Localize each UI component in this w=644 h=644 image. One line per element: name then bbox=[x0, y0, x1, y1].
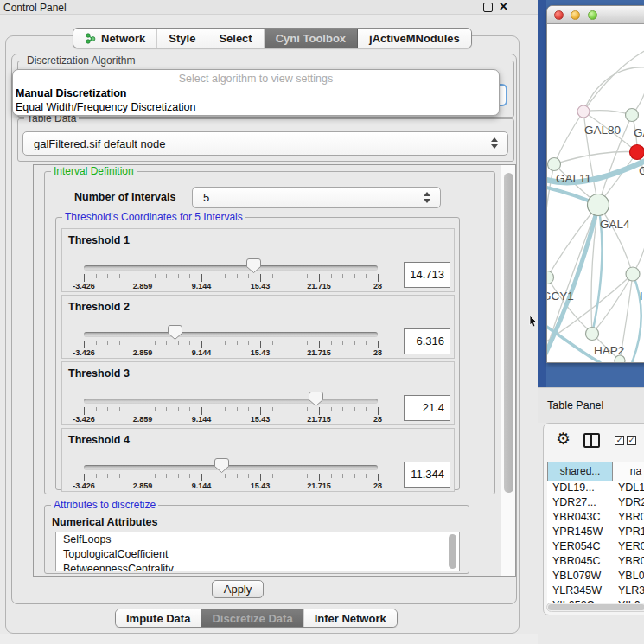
bottom-strip bbox=[0, 634, 538, 644]
popup-item-equal-width-frequency[interactable]: Equal Width/Frequency Discretization bbox=[16, 101, 195, 113]
network-window-titlebar[interactable] bbox=[547, 6, 644, 24]
tab-infer-network[interactable]: Infer Network bbox=[304, 609, 397, 627]
top-tab-bar: Network Style Select Cyni Toolbox jActiv… bbox=[73, 28, 472, 48]
tab-select[interactable]: Select bbox=[207, 29, 264, 48]
table-row[interactable]: YER054CYER0 bbox=[547, 540, 644, 555]
threshold-1-slider-thumb[interactable] bbox=[246, 258, 261, 273]
network-nodes[interactable] bbox=[547, 105, 644, 363]
float-window-icon[interactable] bbox=[483, 3, 493, 12]
table-data-group: Table Data galFiltered.sif default node bbox=[17, 118, 514, 162]
right-side-panel: GAL80 GA GAL11 C GAL4 GCY1 H HAP2 Table … bbox=[538, 0, 644, 644]
spinner-up-arrow-icon bbox=[424, 192, 430, 196]
table-row[interactable]: YLR345WYLR3 bbox=[547, 584, 644, 599]
table-row[interactable]: YPR145WYPR1 bbox=[547, 526, 644, 540]
tab-discretize-data[interactable]: Discretize Data bbox=[201, 609, 303, 627]
slider-ticks bbox=[84, 407, 379, 415]
table-body[interactable]: YDL19...YDL1 YDR27...YDR2 YBR043CYBR0 YP… bbox=[547, 481, 644, 603]
threshold-3-value-field[interactable]: 21.4 bbox=[404, 395, 450, 421]
node-gcy1[interactable] bbox=[547, 271, 554, 284]
split-view-icon[interactable] bbox=[583, 433, 600, 448]
panel-title: Control Panel bbox=[3, 2, 67, 14]
settings-scrollbar-thumb[interactable] bbox=[504, 173, 513, 493]
svg-text:H: H bbox=[640, 290, 644, 303]
threshold-4-slider-thumb[interactable] bbox=[214, 458, 229, 473]
table-row[interactable]: YBR043CYBR0 bbox=[547, 511, 644, 526]
node-selected-red[interactable] bbox=[630, 145, 644, 160]
threshold-1-value-field[interactable]: 14.713 bbox=[404, 262, 450, 288]
attributes-group-label: Attributes to discretize bbox=[51, 499, 158, 511]
node-gal11[interactable] bbox=[548, 158, 561, 171]
list-item[interactable]: BetweennessCentrality bbox=[56, 562, 459, 571]
close-icon[interactable]: ✕ bbox=[499, 0, 508, 13]
number-of-intervals-label: Number of Intervals bbox=[74, 191, 175, 203]
threshold-2-value-field[interactable]: 6.316 bbox=[404, 328, 450, 354]
zoom-traffic-light-icon[interactable] bbox=[588, 10, 597, 20]
table-row[interactable]: YBR045CYBR0 bbox=[547, 555, 644, 570]
checkbox-icon[interactable]: ✓ bbox=[627, 436, 636, 445]
gear-icon[interactable]: ⚙ bbox=[556, 429, 571, 449]
numerical-attributes-list[interactable]: SelfLoops TopologicalCoefficient Between… bbox=[55, 532, 460, 571]
column-header-shared-name[interactable]: shared... bbox=[547, 462, 613, 481]
list-scrollbar[interactable] bbox=[449, 534, 456, 569]
tab-cyni-toolbox[interactable]: Cyni Toolbox bbox=[265, 29, 358, 48]
svg-text:GA: GA bbox=[634, 126, 644, 139]
table-row[interactable]: YBL079WYBL0 bbox=[547, 570, 644, 584]
threshold-4-panel: Threshold 4 -3.426 2.859 9.144 15.43 21.… bbox=[61, 428, 455, 492]
network-graph-canvas[interactable]: GAL80 GA GAL11 C GAL4 GCY1 H HAP2 bbox=[547, 24, 644, 363]
popup-item-manual-discretization[interactable]: Manual Discretization bbox=[16, 87, 127, 99]
slider-ticks bbox=[84, 474, 379, 481]
threshold-1-panel: Threshold 1 -3.426 2.859 9.144 15.43 21.… bbox=[61, 228, 455, 292]
threshold-2-slider[interactable] bbox=[84, 332, 378, 337]
settings-scrollpane: Interval Definition Number of Intervals … bbox=[33, 164, 516, 577]
close-traffic-light-icon[interactable] bbox=[554, 10, 564, 20]
slider-ticks bbox=[84, 274, 379, 282]
tab-impute-data[interactable]: Impute Data bbox=[116, 609, 201, 627]
tab-style[interactable]: Style bbox=[157, 29, 207, 48]
svg-text:GAL80: GAL80 bbox=[584, 124, 621, 137]
bottom-tab-bar: Impute Data Discretize Data Infer Networ… bbox=[115, 609, 398, 628]
scrollbar-thumb[interactable] bbox=[548, 604, 644, 610]
svg-text:GCY1: GCY1 bbox=[547, 290, 574, 303]
tab-network-label: Network bbox=[101, 32, 145, 45]
node-hap2[interactable] bbox=[586, 328, 599, 341]
settings-scrollbar[interactable] bbox=[501, 165, 515, 576]
number-of-intervals-spinner[interactable]: 5 bbox=[192, 187, 441, 208]
table-panel-titlebar: Table Panel bbox=[538, 387, 644, 423]
spinner-down-arrow-icon bbox=[424, 199, 430, 203]
checkbox-icon[interactable]: ✓ bbox=[615, 436, 624, 445]
node-gal4[interactable] bbox=[588, 194, 609, 216]
table-row[interactable]: YDL19...YDL1 bbox=[547, 481, 644, 496]
threshold-1-slider[interactable] bbox=[84, 265, 378, 271]
list-item[interactable]: TopologicalCoefficient bbox=[56, 547, 459, 562]
combo-down-arrow-icon bbox=[491, 144, 498, 149]
threshold-2-panel: Threshold 2 -3.426 2.859 9.144 15.43 21.… bbox=[61, 295, 455, 359]
control-panel: Control Panel ✕ Network Style Select Cyn… bbox=[0, 0, 538, 644]
threshold-2-slider-thumb[interactable] bbox=[168, 325, 182, 340]
table-data-combobox[interactable]: galFiltered.sif default node bbox=[22, 131, 508, 156]
svg-text:C: C bbox=[639, 164, 644, 177]
column-header-name[interactable]: na bbox=[613, 462, 644, 481]
tab-network[interactable]: Network bbox=[73, 29, 157, 48]
table-horizontal-scrollbar[interactable] bbox=[546, 603, 644, 612]
list-item[interactable]: SelfLoops bbox=[56, 532, 459, 547]
threshold-3-slider-thumb[interactable] bbox=[309, 392, 323, 406]
node-gal80[interactable] bbox=[577, 105, 590, 118]
minimize-traffic-light-icon[interactable] bbox=[571, 10, 580, 20]
node-h[interactable] bbox=[626, 267, 640, 281]
apply-button[interactable]: Apply bbox=[212, 580, 264, 598]
node-ga[interactable] bbox=[626, 109, 639, 122]
svg-text:GAL4: GAL4 bbox=[600, 218, 630, 231]
popup-placeholder-item[interactable]: Select algorithm to view settings bbox=[13, 73, 499, 85]
algorithm-dropdown-popup: Select algorithm to view settings Manual… bbox=[12, 69, 500, 116]
network-desktop: GAL80 GA GAL11 C GAL4 GCY1 H HAP2 bbox=[538, 0, 644, 387]
threshold-4-value-field[interactable]: 11.344 bbox=[404, 462, 450, 488]
tab-jactivemnodules[interactable]: jActiveMNodules bbox=[358, 29, 471, 48]
svg-text:HAP2: HAP2 bbox=[594, 344, 624, 357]
network-view-window[interactable]: GAL80 GA GAL11 C GAL4 GCY1 H HAP2 bbox=[546, 5, 644, 363]
threshold-3-slider[interactable] bbox=[84, 399, 378, 404]
thresholds-group: Threshold's Coordinates for 5 Intervals … bbox=[55, 217, 460, 490]
network-icon bbox=[85, 33, 96, 44]
threshold-4-slider[interactable] bbox=[84, 465, 378, 470]
numerical-attributes-label: Numerical Attributes bbox=[52, 516, 157, 528]
table-row[interactable]: YDR27...YDR2 bbox=[547, 496, 644, 511]
